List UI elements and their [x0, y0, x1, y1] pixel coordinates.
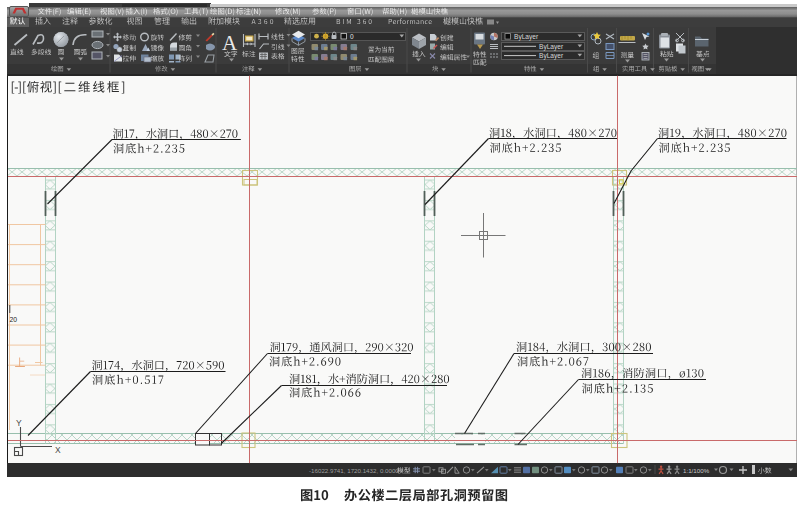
svg-text:1:1/100%: 1:1/100%: [683, 467, 710, 474]
svg-text:20: 20: [10, 316, 18, 323]
svg-text:ByLayer: ByLayer: [514, 33, 539, 41]
svg-text:ByLayer: ByLayer: [539, 52, 564, 60]
svg-text:0: 0: [350, 33, 354, 40]
svg-text:-16022.9741, 1720.1432, 0.0000: -16022.9741, 1720.1432, 0.0000: [309, 467, 399, 474]
svg-text:X: X: [55, 445, 61, 455]
svg-text:ByLayer: ByLayer: [539, 43, 564, 51]
svg-text:Y: Y: [16, 418, 22, 428]
svg-text:A: A: [222, 31, 238, 55]
